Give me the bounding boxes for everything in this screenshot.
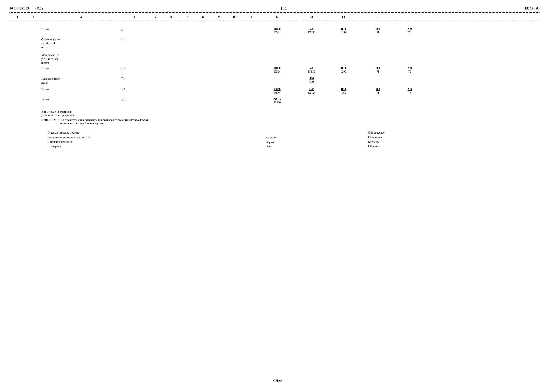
r1-c12-frac: I4850 I5564	[274, 27, 280, 34]
ref-code: 19108 - 04	[525, 6, 540, 10]
r2-label: Итого	[41, 67, 121, 70]
signatures-section: Главный инженер проекта Зам.начальника о…	[9, 131, 540, 148]
sig-name-1: Н.Бондаренко	[368, 131, 385, 134]
page-container: 90 2-4-8М.83 (X.2) 142 19108 - 04 I 2 3 …	[9, 6, 540, 148]
col-header-row: I 2 3 4 5 6 7 8 9 IO II I2 I3 I4 I5	[9, 13, 540, 21]
col-header-14: I4	[328, 14, 359, 20]
sig-role-3: Составила ст.техник	[48, 140, 260, 143]
r1-c13: 8433 IO336	[296, 27, 328, 34]
note-section: В том числе нормативная условно-чистая п…	[9, 110, 540, 125]
sig-name-4: Т.Лушина	[368, 145, 385, 148]
row-planovye: Плановые накоп-ления 6% 506 620	[9, 75, 540, 86]
row-otkloneniya: Отклонения позаработнойплате руб.	[9, 36, 540, 51]
sig-names: Н.Бондаренко Т.Калинина Т.Бурлова Т.Луши…	[368, 131, 385, 148]
sig-hand-1	[266, 131, 361, 135]
sig-role-4: Проверила	[48, 145, 260, 148]
col-header-4: 4	[121, 14, 147, 20]
col-header-6: 6	[163, 14, 179, 20]
otkloneniya-label: Отклонения позаработнойплате	[41, 38, 121, 50]
planovye-unit: 6%	[121, 77, 147, 80]
sig-name-3: Т.Бурлова	[368, 140, 385, 143]
doc-code: (X.2)	[35, 6, 43, 10]
col-header-7: 7	[179, 14, 195, 20]
col-header-5: 5	[147, 14, 163, 20]
row-itogo-2: Итого руб. I4850 I5564 8433 IO336	[9, 66, 540, 75]
otkloneniya-unit: руб.	[121, 38, 147, 41]
col-header-12: I2	[259, 14, 296, 20]
header-left: 90 2-4-8М.83 (X.2)	[9, 6, 43, 10]
r1-unit: руб.	[121, 27, 147, 31]
col-header-1: I	[9, 14, 25, 20]
r1-c12: I4850 I5564	[259, 27, 296, 34]
sig-name-2: Т.Калинина	[368, 136, 385, 139]
col-header-3: 3	[41, 14, 121, 20]
sig-role-1: Главный инженер проекта	[48, 131, 260, 134]
sig-hand-2: Ao7амд~	[266, 136, 361, 139]
r1-c16: 239 76	[396, 27, 423, 34]
page-header: 90 2-4-8М.83 (X.2) 142 19108 - 04	[9, 6, 540, 11]
sig-hand-3: Тецисоf	[266, 141, 361, 144]
row-vsego: Всего руб. 24OI5 26520	[9, 96, 540, 106]
note-text: ПРИМЕЧАНИЕ: в числителе дана стоимость д…	[41, 118, 149, 121]
vsego-unit: руб.	[121, 97, 147, 101]
note-intro2: условно-чистая продукция	[41, 114, 74, 117]
col-header-2: 2	[25, 14, 41, 20]
note-text2: в знаменателе - для 7 тыс.м3/сутки.	[60, 121, 149, 125]
doc-number: 90 2-4-8М.83	[9, 6, 29, 10]
col-header-16	[396, 14, 423, 20]
sig-handwritten: Ao7амд~ Тецисоf лди~	[266, 131, 361, 148]
r3-unit: руб.	[121, 88, 147, 91]
planovye-label: Плановые накоп-ления	[41, 77, 121, 85]
vsego-label: Всего	[41, 97, 121, 101]
r3-label: Итого	[41, 88, 121, 91]
sig-hand-4: лди~	[266, 145, 361, 148]
col-header-9: 9	[211, 14, 227, 20]
page-number: 142	[43, 6, 524, 11]
materialy-label: Материалы, неучтенные цен-никами	[41, 53, 121, 65]
sig-roles: Главный инженер проекта Зам.начальника о…	[48, 131, 260, 148]
r2-unit: руб.	[121, 67, 147, 70]
note-intro: В том числе нормативная	[41, 110, 74, 114]
content-area: Итого руб. I4850 I5564 8433 IO336	[9, 24, 540, 148]
r1-c15: 200 7I	[359, 27, 396, 34]
row-itogo-3: Итого руб. I4850 I5564 9I65 IO956	[9, 86, 540, 96]
col-header-13: I3	[296, 14, 328, 20]
char-label: CHAr	[273, 379, 282, 383]
col-header-8: 8	[195, 14, 211, 20]
sig-role-2: Зам.начальника отдела смет и ПОС	[48, 136, 260, 139]
row-itogo-1: Итого руб. I4850 I5564 8433 IO336	[9, 24, 540, 36]
col-header-outer: I 2 3 4 5 6 7 8 9 IO II I2 I3 I4 I5	[9, 12, 540, 21]
col-header-10: IO	[227, 14, 243, 20]
r1-label: Итого	[41, 27, 121, 31]
col-header-11: II	[243, 14, 259, 20]
row-materialy: Материалы, неучтенные цен-никами	[9, 51, 540, 66]
r1-c14: II39 1299	[328, 27, 359, 34]
col-header-15: I5	[359, 14, 396, 20]
